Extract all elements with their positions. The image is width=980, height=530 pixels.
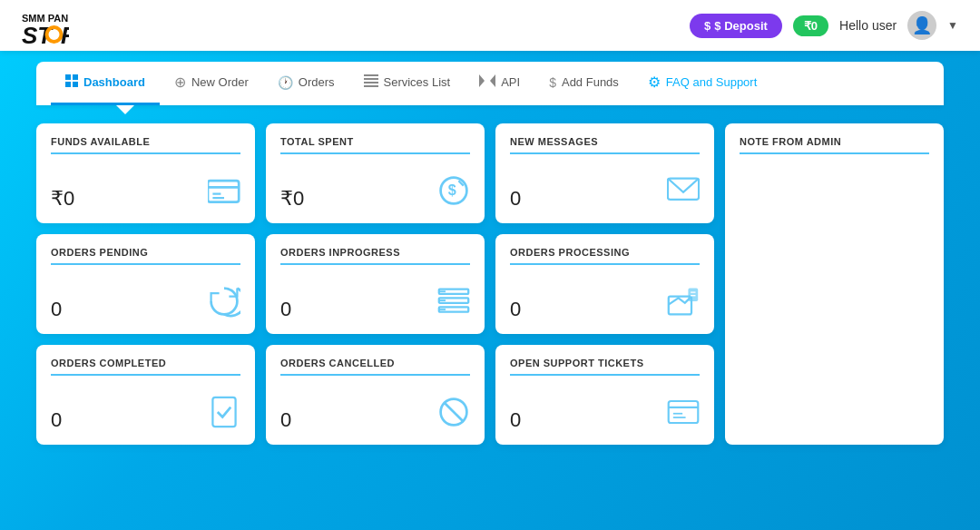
new-messages-icon <box>667 174 700 211</box>
card-orders-pending: ORDERS PENDING 0 <box>36 234 255 334</box>
cards-grid: FUNDS AVAILABLE ₹0 TOTAL SPENT ₹0 $ NEW … <box>36 123 944 445</box>
user-avatar[interactable]: 👤 <box>907 11 936 40</box>
svg-rect-8 <box>364 74 378 76</box>
orders-cancelled-icon <box>437 396 470 432</box>
hello-user-text: Hello user <box>839 18 897 33</box>
funds-available-title: FUNDS AVAILABLE <box>51 136 240 154</box>
orders-completed-title: ORDERS COMPLETED <box>51 358 240 376</box>
dropdown-chevron-icon[interactable]: ▼ <box>947 19 958 32</box>
svg-marker-12 <box>479 74 485 87</box>
funds-available-icon <box>208 174 240 211</box>
card-orders-inprogress: ORDERS INPROGRESS 0 <box>266 234 485 334</box>
funds-available-value: ₹0 <box>51 187 74 211</box>
logo-icon: SMM PANELS ST RE <box>22 5 69 45</box>
svg-rect-9 <box>364 78 378 80</box>
nav-item-services-list[interactable]: Services List <box>349 62 466 105</box>
deposit-button[interactable]: $ $ Deposit <box>690 14 782 38</box>
orders-inprogress-title: ORDERS INPROGRESS <box>280 247 470 265</box>
card-orders-completed: ORDERS COMPLETED 0 <box>36 345 255 445</box>
svg-rect-4 <box>65 74 71 80</box>
card-orders-processing: ORDERS PROCESSING 0 <box>495 234 714 334</box>
svg-rect-31 <box>212 398 235 427</box>
card-note-from-admin: NOTE FROM ADMIN <box>725 123 944 445</box>
total-spent-icon: $ <box>437 174 470 211</box>
svg-rect-11 <box>364 85 378 87</box>
svg-rect-34 <box>669 401 699 423</box>
svg-rect-5 <box>73 74 78 80</box>
deposit-dollar-icon: $ <box>704 19 710 33</box>
total-spent-title: TOTAL SPENT <box>280 136 470 154</box>
svg-text:RE: RE <box>61 22 69 45</box>
svg-line-33 <box>444 402 464 422</box>
api-icon <box>479 74 495 90</box>
orders-pending-icon <box>208 285 240 321</box>
orders-inprogress-icon <box>437 285 470 321</box>
dashboard-icon <box>65 74 78 90</box>
header-right: $ $ Deposit ₹0 Hello user 👤 ▼ <box>690 11 958 40</box>
open-support-tickets-icon <box>667 396 700 432</box>
total-spent-value: ₹0 <box>280 187 304 211</box>
orders-processing-value: 0 <box>510 298 521 321</box>
orders-pending-value: 0 <box>51 298 62 321</box>
card-total-spent: TOTAL SPENT ₹0 $ <box>266 123 485 223</box>
faq-support-icon: ⚙ <box>648 74 661 91</box>
new-messages-title: NEW MESSAGES <box>510 136 700 154</box>
open-support-tickets-value: 0 <box>510 408 521 432</box>
nav-item-new-order[interactable]: ⊕ New Order <box>160 62 263 105</box>
navbar: Dashboard ⊕ New Order 🕐 Orders Services … <box>36 62 944 105</box>
svg-rect-6 <box>65 82 71 87</box>
card-funds-available: FUNDS AVAILABLE ₹0 <box>36 123 255 223</box>
nav-item-orders[interactable]: 🕐 Orders <box>263 62 349 105</box>
svg-text:$: $ <box>448 182 456 198</box>
card-new-messages: NEW MESSAGES 0 <box>495 123 714 223</box>
services-list-icon <box>364 74 378 90</box>
svg-marker-13 <box>490 74 495 87</box>
balance-badge: ₹0 <box>793 15 828 36</box>
orders-completed-value: 0 <box>51 408 62 432</box>
main-content: FUNDS AVAILABLE ₹0 TOTAL SPENT ₹0 $ NEW … <box>0 105 980 463</box>
nav-item-api[interactable]: API <box>465 62 534 105</box>
orders-processing-icon <box>667 285 700 321</box>
note-from-admin-title: NOTE FROM ADMIN <box>740 136 929 154</box>
nav-item-add-funds[interactable]: $ Add Funds <box>534 62 633 105</box>
orders-cancelled-value: 0 <box>280 408 291 432</box>
orders-pending-title: ORDERS PENDING <box>51 247 240 265</box>
add-funds-icon: $ <box>549 75 556 90</box>
orders-inprogress-value: 0 <box>280 298 291 321</box>
card-open-support-tickets: OPEN SUPPORT TICKETS 0 <box>495 345 714 445</box>
new-messages-value: 0 <box>510 187 521 211</box>
orders-completed-icon <box>208 396 240 432</box>
svg-rect-28 <box>688 289 698 301</box>
card-orders-cancelled: ORDERS CANCELLED 0 <box>266 345 485 445</box>
orders-icon: 🕐 <box>278 75 293 90</box>
deposit-label: $ Deposit <box>714 19 768 33</box>
nav-item-faq-support[interactable]: ⚙ FAQ and Support <box>633 62 771 105</box>
header: SMM PANELS ST RE $ $ Deposit ₹0 Hello us… <box>0 0 980 51</box>
nav-item-dashboard[interactable]: Dashboard <box>51 62 160 105</box>
svg-rect-7 <box>73 82 78 87</box>
orders-processing-title: ORDERS PROCESSING <box>510 247 700 265</box>
orders-cancelled-title: ORDERS CANCELLED <box>280 358 470 376</box>
svg-rect-10 <box>364 82 378 83</box>
new-order-icon: ⊕ <box>174 74 186 91</box>
open-support-tickets-title: OPEN SUPPORT TICKETS <box>510 358 700 376</box>
logo: SMM PANELS ST RE <box>22 5 69 45</box>
